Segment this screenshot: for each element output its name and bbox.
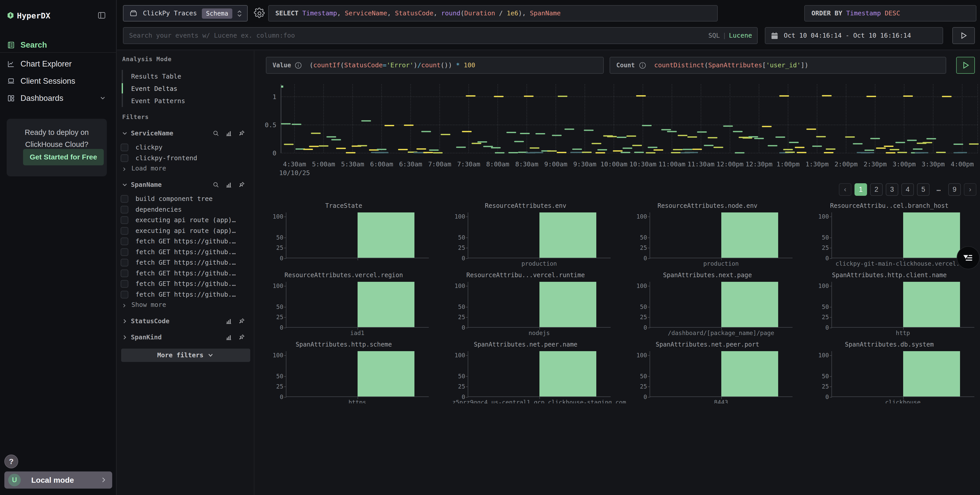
filter-option[interactable]: fetch GET https://github.… bbox=[117, 247, 255, 257]
pagination-page-4[interactable]: 4 bbox=[901, 183, 914, 196]
filter-option[interactable]: fetch GET https://github.… bbox=[117, 289, 255, 300]
filter-option[interactable]: dependencies bbox=[117, 204, 255, 215]
pagination-prev-button[interactable]: ‹ bbox=[839, 183, 851, 196]
filter-option[interactable]: fetch GET https://github.… bbox=[117, 278, 255, 289]
sidebar-collapse-icon[interactable] bbox=[97, 11, 106, 20]
pagination-page-2[interactable]: 2 bbox=[870, 183, 883, 196]
order-by-input[interactable]: ORDER BY Timestamp DESC bbox=[804, 5, 977, 22]
y-tick-label: 50 bbox=[441, 373, 465, 379]
bar-chart-icon[interactable] bbox=[225, 334, 232, 341]
run-chart-button[interactable] bbox=[956, 57, 975, 74]
pagination-next-button[interactable]: › bbox=[964, 183, 977, 196]
help-button[interactable]: ? bbox=[4, 455, 18, 468]
filter-group-servicename[interactable]: ServiceName bbox=[117, 127, 255, 139]
checkbox[interactable] bbox=[121, 280, 128, 288]
mini-chart-plot bbox=[468, 213, 611, 258]
pagination-page-1[interactable]: 1 bbox=[854, 183, 867, 196]
mini-chart-bar bbox=[903, 282, 960, 327]
sql-select-input[interactable]: SELECT Timestamp, ServiceName, StatusCod… bbox=[268, 5, 718, 22]
hyperdx-search-page: {"app": {"title": "HyperDX"},"sidebar": … bbox=[0, 0, 980, 495]
attribute-chart-spanattributes-net-peer-port[interactable]: SpanAttributes.net.peer.port100502508443 bbox=[623, 341, 802, 403]
checkbox[interactable] bbox=[121, 227, 128, 235]
analysis-mode-option-event-patterns[interactable]: Event Patterns bbox=[131, 95, 234, 107]
sql-toggle[interactable]: SQL bbox=[708, 32, 720, 39]
checkbox[interactable] bbox=[121, 238, 128, 245]
analysis-mode-option-results-table[interactable]: Results Table bbox=[131, 70, 234, 82]
lucene-toggle[interactable]: Lucene bbox=[729, 32, 752, 39]
y-tick-label: 25 bbox=[805, 314, 829, 320]
pin-icon[interactable] bbox=[238, 181, 245, 188]
sidebar-item-search[interactable]: Search bbox=[0, 38, 116, 52]
checkbox[interactable] bbox=[121, 270, 128, 277]
sidebar: HyperDX Search Chart ExplorerClient Sess… bbox=[0, 0, 116, 495]
pin-icon[interactable] bbox=[238, 130, 245, 137]
checkbox[interactable] bbox=[121, 291, 128, 298]
filter-option[interactable]: fetch GET https://github.… bbox=[117, 268, 255, 279]
gear-icon[interactable] bbox=[254, 8, 265, 19]
load-more-link[interactable]: Load more bbox=[121, 163, 224, 173]
filter-option[interactable]: clickpy bbox=[117, 142, 255, 153]
checkbox[interactable] bbox=[121, 195, 128, 203]
filter-option[interactable]: clickpy-frontend bbox=[117, 153, 255, 163]
checkbox[interactable] bbox=[121, 216, 128, 224]
filter-fab-button[interactable] bbox=[957, 246, 980, 269]
pin-icon[interactable] bbox=[238, 334, 245, 341]
chevron-right-icon[interactable] bbox=[121, 317, 128, 325]
pagination-page-3[interactable]: 3 bbox=[886, 183, 898, 196]
get-started-button[interactable]: Get Started for Free bbox=[23, 149, 104, 165]
filter-option[interactable]: executing api route (app)… bbox=[117, 215, 255, 225]
y-tick-label: 50 bbox=[805, 373, 829, 379]
y-tick-label: 50 bbox=[441, 303, 465, 310]
chevron-right-icon[interactable] bbox=[121, 334, 128, 341]
sidebar-item-chart-explorer[interactable]: Chart Explorer bbox=[0, 57, 116, 71]
chevron-down-icon[interactable] bbox=[121, 130, 128, 137]
svg-text:6:00am: 6:00am bbox=[370, 160, 393, 168]
pagination-page-9[interactable]: 9 bbox=[948, 183, 961, 196]
user-menu[interactable]: U Local mode bbox=[4, 471, 112, 489]
bar-chart-icon[interactable] bbox=[225, 181, 232, 188]
sidebar-item-dashboards[interactable]: Dashboards bbox=[0, 91, 116, 105]
sidebar-item-client-sessions[interactable]: Client Sessions bbox=[0, 74, 116, 88]
attribute-chart-resourceattribu-cel-branch-host[interactable]: ResourceAttribu..cel.branch_host10050250… bbox=[805, 202, 980, 270]
attribute-chart-spanattributes-net-peer-name[interactable]: SpanAttributes.net.peer.name10050250z5pr… bbox=[441, 341, 620, 403]
checkbox[interactable] bbox=[121, 154, 128, 162]
svg-text:12:30pm: 12:30pm bbox=[746, 160, 773, 168]
checkbox[interactable] bbox=[121, 206, 128, 213]
pagination-page-5[interactable]: 5 bbox=[917, 183, 929, 196]
value-expression-input[interactable]: Value (countIf(StatusCode='Error')/count… bbox=[266, 57, 604, 74]
show-more-link[interactable]: Show more bbox=[121, 300, 224, 310]
filter-group-spanname[interactable]: SpanName bbox=[117, 179, 255, 191]
code-token: ) bbox=[414, 62, 417, 69]
checkbox[interactable] bbox=[121, 259, 128, 267]
data-source-select[interactable]: ClickPy Traces Schema bbox=[123, 5, 248, 22]
language-toggle[interactable]: SQL|Lucene bbox=[708, 28, 752, 43]
bar-chart-icon[interactable] bbox=[225, 130, 232, 137]
svg-text:3:30pm: 3:30pm bbox=[921, 160, 945, 168]
count-expression-input[interactable]: Count countDistinct(SpanAttributes['user… bbox=[609, 57, 946, 74]
attribute-chart-spanattributes-http-client-name[interactable]: SpanAttributes.http.client.name10050250h… bbox=[805, 271, 980, 340]
chevron-down-icon[interactable] bbox=[121, 181, 128, 188]
search-input[interactable]: Search your events w/ Lucene ex. column:… bbox=[123, 27, 758, 44]
bar-chart-icon[interactable] bbox=[225, 317, 232, 325]
attribute-chart-spanattributes-db-system[interactable]: SpanAttributes.db.system10050250clickhou… bbox=[805, 341, 980, 403]
pin-icon[interactable] bbox=[238, 317, 245, 325]
run-search-button[interactable] bbox=[952, 27, 975, 44]
search-icon[interactable] bbox=[212, 181, 220, 188]
more-filters-button[interactable]: More filters bbox=[121, 349, 250, 362]
filter-group-statuscode[interactable]: StatusCode bbox=[117, 315, 255, 327]
y-tick-label: 50 bbox=[623, 303, 647, 310]
event-deltas-chart[interactable]: 00.514:30am5:00am5:30am6:00am6:30am7:00a… bbox=[255, 79, 980, 182]
more-filters-label: More filters bbox=[157, 351, 204, 359]
filter-option[interactable]: fetch GET https://github.… bbox=[117, 257, 255, 268]
filter-option[interactable]: build component tree bbox=[117, 194, 255, 204]
search-icon[interactable] bbox=[212, 130, 220, 137]
time-range-picker[interactable]: Oct 10 04:16:14 - Oct 10 16:16:14 bbox=[765, 27, 943, 44]
y-tick-label: 25 bbox=[805, 244, 829, 251]
attribute-chart-spanattributes-http-scheme[interactable]: SpanAttributes.http.scheme10050250https bbox=[259, 341, 439, 403]
filter-option[interactable]: executing api route (app)… bbox=[117, 225, 255, 236]
checkbox[interactable] bbox=[121, 248, 128, 256]
filter-group-spankind[interactable]: SpanKind bbox=[117, 332, 255, 343]
filter-option[interactable]: fetch GET https://github.… bbox=[117, 236, 255, 247]
checkbox[interactable] bbox=[121, 144, 128, 151]
analysis-mode-option-event-deltas[interactable]: Event Deltas bbox=[131, 82, 234, 95]
